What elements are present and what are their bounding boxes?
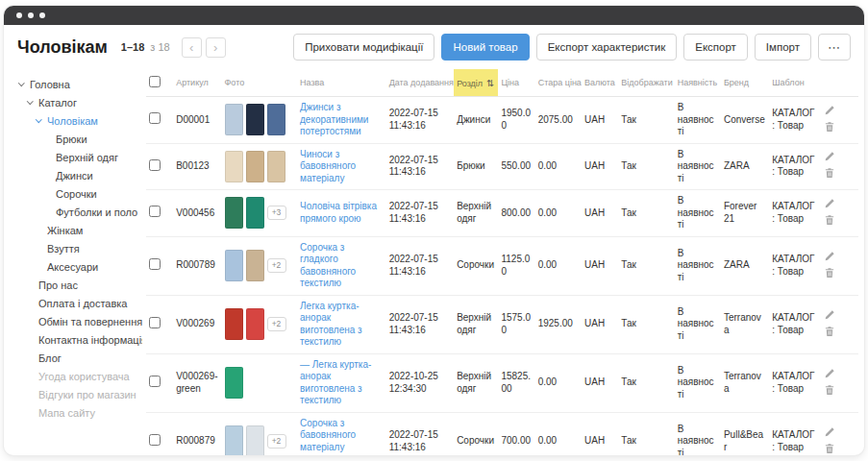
sidebar-item[interactable]: Жінкам (17, 221, 142, 239)
edit-button[interactable] (823, 104, 836, 120)
product-thumbnail[interactable] (225, 425, 243, 455)
sort-icon[interactable]: ⇅ (486, 78, 494, 88)
product-name-link[interactable]: Джинси з декоративними потертостями (300, 102, 384, 138)
sidebar-item[interactable]: Чоловікам (17, 111, 142, 130)
product-thumbnail[interactable] (225, 151, 243, 182)
sidebar-item[interactable]: Сорочки (17, 184, 142, 203)
product-name-link[interactable]: Сорочка з гладкого бавовняного текстилю (300, 242, 384, 290)
column-header-old-price[interactable]: Стара ціна (535, 69, 582, 97)
column-header-date[interactable]: Дата додавання (386, 69, 454, 97)
row-checkbox[interactable] (149, 317, 161, 328)
sidebar-item[interactable]: Мапа сайту (17, 403, 142, 422)
table-header-row: Артикул Фото Назва Дата додавання Розділ… (146, 69, 858, 97)
thumbnail-group: +2 (225, 250, 295, 281)
sidebar-item[interactable]: Головна (17, 75, 142, 93)
next-page-button[interactable]: › (206, 37, 226, 58)
product-name-link[interactable]: Легка куртка-анорак виготовлена з тексти… (300, 301, 384, 349)
prev-page-button[interactable]: ‹ (182, 37, 202, 58)
product-thumbnail[interactable] (246, 197, 264, 229)
sidebar-item[interactable]: Угода користувача (17, 367, 142, 385)
product-thumbnail[interactable] (225, 197, 243, 229)
delete-button[interactable] (823, 325, 836, 341)
product-thumbnail[interactable] (225, 308, 243, 340)
product-thumbnail[interactable] (246, 151, 264, 182)
edit-button[interactable] (823, 367, 836, 383)
delete-button[interactable] (823, 166, 836, 182)
row-checkbox[interactable] (149, 376, 161, 387)
delete-button[interactable] (823, 383, 836, 400)
row-checkbox[interactable] (149, 159, 161, 171)
delete-button[interactable] (823, 266, 836, 282)
product-section: Верхній одяг (454, 295, 498, 353)
edit-button[interactable] (823, 250, 836, 266)
product-currency: UAH (582, 353, 618, 412)
edit-button[interactable] (823, 308, 836, 325)
window-control-dot[interactable] (16, 12, 22, 18)
sidebar-item[interactable]: Брюки (17, 130, 142, 148)
product-thumbnail[interactable] (246, 425, 264, 455)
product-name-link[interactable]: Чоловіча вітрівка прямого крою (300, 201, 384, 225)
product-thumbnail[interactable] (267, 151, 285, 182)
sidebar-item-label: Обмін та повернення (38, 316, 142, 328)
edit-button[interactable] (823, 150, 836, 166)
delete-button[interactable] (823, 442, 836, 456)
sidebar-item[interactable]: Відгуки про магазин (17, 385, 142, 403)
import-button[interactable]: Імпорт (755, 34, 811, 61)
column-header-sku[interactable]: Артикул (173, 69, 221, 97)
hide-modifications-button[interactable]: Приховати модифікації (293, 34, 434, 61)
column-header-section[interactable]: Розділ⇅ (454, 69, 498, 97)
column-header-price[interactable]: Ціна (498, 69, 534, 97)
product-thumbnail[interactable] (225, 250, 243, 281)
product-date: 2022-07-15 11:43:16 (386, 190, 454, 237)
delete-button[interactable] (823, 213, 836, 230)
product-name-link[interactable]: Чиноси з бавовняного матеріалу (300, 149, 384, 185)
row-checkbox[interactable] (149, 434, 161, 446)
product-thumbnail[interactable] (246, 104, 264, 135)
column-header-display[interactable]: Відображати (618, 69, 674, 97)
row-checkbox[interactable] (149, 258, 161, 270)
main-content: ГоловнаКаталогЧоловікамБрюкиВерхній одяг… (4, 69, 864, 455)
product-thumbnail[interactable] (267, 104, 285, 135)
sidebar-item[interactable]: Про нас (17, 276, 142, 294)
product-name-link[interactable]: Сорочка з бавовняного матеріалу притален… (300, 418, 384, 456)
window-control-dot[interactable] (39, 12, 45, 18)
sidebar-item-label: Відгуки про магазин (38, 389, 136, 400)
column-header-name[interactable]: Назва (297, 69, 386, 97)
sidebar-item[interactable]: Аксесуари (17, 257, 142, 276)
row-select-cell (146, 97, 173, 144)
sidebar-item[interactable]: Взуття (17, 239, 142, 257)
product-name-link[interactable]: — Легка куртка-анорак виготовлена з текс… (300, 359, 384, 407)
sidebar-item[interactable]: Контактна інформація (17, 330, 142, 349)
row-checkbox[interactable] (149, 112, 161, 124)
delete-button[interactable] (823, 120, 836, 136)
product-currency: UAH (582, 190, 618, 237)
product-thumbnail[interactable] (225, 367, 243, 399)
column-header-currency[interactable]: Валюта (582, 69, 618, 97)
sidebar-item[interactable]: Верхній одяг (17, 148, 142, 166)
export-button[interactable]: Експорт (683, 34, 748, 61)
product-brand: ZARA (721, 236, 769, 295)
window-control-dot[interactable] (28, 12, 34, 18)
product-thumbnail[interactable] (225, 104, 243, 135)
more-actions-button[interactable]: ⋯ (818, 34, 851, 61)
export-characteristics-button[interactable]: Експорт характеристик (536, 34, 678, 61)
column-header-template[interactable]: Шаблон (769, 69, 819, 97)
sidebar-item[interactable]: Джинси (17, 166, 142, 184)
product-date: 2022-07-15 11:43:16 (386, 236, 454, 295)
column-header-brand[interactable]: Бренд (721, 69, 769, 97)
sidebar-item[interactable]: Обмін та повернення (17, 312, 142, 330)
sidebar-item[interactable]: Блог (17, 349, 142, 367)
sidebar-item[interactable]: Оплата і доставка (17, 294, 142, 312)
sidebar-item[interactable]: Каталог (17, 93, 142, 111)
column-header-stock[interactable]: Наявність (675, 69, 721, 97)
product-template: КАТАЛОГ: Товар (769, 190, 819, 237)
product-thumbnail[interactable] (246, 250, 264, 281)
select-all-checkbox[interactable] (149, 76, 161, 87)
edit-button[interactable] (823, 425, 836, 442)
sidebar-item[interactable]: Футболки и поло (17, 203, 142, 221)
edit-button[interactable] (823, 197, 836, 213)
row-checkbox[interactable] (149, 206, 161, 217)
new-product-button[interactable]: Новий товар (441, 34, 529, 61)
product-thumbnail[interactable] (246, 308, 264, 340)
product-currency: UAH (582, 143, 618, 190)
